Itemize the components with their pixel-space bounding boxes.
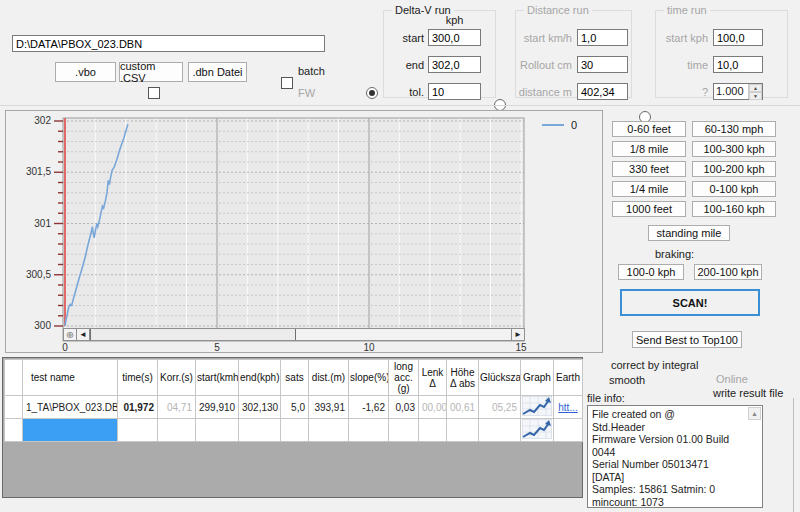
chart-scroll-right-icon[interactable]: ► [511,329,524,340]
batch-checkbox[interactable] [281,77,293,89]
fw-label: FW [298,87,315,99]
file-info-label: file info: [587,392,625,404]
empty-cell[interactable] [419,419,447,442]
distance-m-input[interactable] [577,83,628,100]
delta-start-input[interactable] [428,29,481,46]
test-name-cell[interactable]: 1_TA\PBOX_023.DBN [23,396,118,419]
row-header-cell[interactable] [5,396,23,419]
result-1-8-mile-button[interactable]: 1/8 mile [612,141,686,157]
col-start: start(kmh) [196,360,239,396]
hoehe-cell[interactable]: 00,61 [447,396,479,419]
write-result-file-label: write result file [713,387,783,399]
chart-scroll-left-icon[interactable]: ◄ [77,329,90,340]
empty-cell[interactable] [196,419,239,442]
slope-cell[interactable]: -1,62 [349,396,389,419]
col-dist: dist.(m) [309,360,349,396]
result-0-60-feet-button[interactable]: 0-60 feet [612,121,686,137]
chart-zoom-reset-icon[interactable]: ◎ [64,329,77,340]
delta-end-input[interactable] [428,56,481,73]
kph-unit-label: kph [428,14,481,26]
empty-cell[interactable] [158,419,196,442]
col-end: end(kph) [239,360,281,396]
file-path-input[interactable] [12,35,325,52]
earth-cell: htt... [554,396,583,419]
distance-start-input[interactable] [577,29,628,46]
earth-link[interactable]: htt... [558,402,577,413]
svg-text:301,5: 301,5 [26,166,51,177]
result-330-feet-button[interactable]: 330 feet [612,161,686,177]
graph-cell[interactable] [521,419,554,442]
vbo-button[interactable]: .vbo [55,62,116,82]
chart-scrollbar[interactable]: ◎ ◄ ► [63,328,525,341]
empty-cell[interactable] [281,419,309,442]
empty-cell[interactable] [239,419,281,442]
dist-cell[interactable]: 393,91 [309,396,349,419]
result-60-130-mph-button[interactable]: 60-130 mph [692,121,776,137]
delta-v-mode-radio[interactable] [366,87,378,99]
time-cell[interactable]: 01,972 [118,396,158,419]
empty-cell[interactable] [447,419,479,442]
speed-chart[interactable]: 300300,5301301,53020510150 ◎ ◄ ► [5,110,603,353]
korr-cell[interactable]: 04,71 [158,396,196,419]
table-row: 1_TA\PBOX_023.DBN 01,972 04,71 299,910 3… [5,396,583,419]
smooth-label: smooth [609,374,645,386]
empty-cell[interactable] [479,419,521,442]
top-separator [0,105,800,106]
delta-tol-input[interactable] [428,83,481,100]
empty-cell[interactable] [389,419,419,442]
result-1000-feet-button[interactable]: 1000 feet [612,201,686,217]
file-info-box[interactable]: File created on @ Std.Header Firmware Ve… [587,405,763,508]
spinner-up-icon[interactable]: ▲ [749,84,762,92]
csv-option-checkbox[interactable] [148,87,160,99]
time-start-input[interactable] [713,29,763,46]
col-time: time(s) [118,360,158,396]
chart-scroll-thumb[interactable] [90,329,296,340]
selected-test-name-cell[interactable] [23,419,118,442]
sats-cell[interactable]: 5,0 [281,396,309,419]
glueckszahl-cell[interactable]: 05,25 [479,396,521,419]
custom-csv-button[interactable]: custom .CSV [119,62,183,82]
empty-cell[interactable] [309,419,349,442]
table-row [5,419,583,442]
distance-m-label: distance m [518,86,572,98]
scan-button[interactable]: SCAN! [620,289,760,316]
batch-label: batch [298,65,325,77]
empty-cell[interactable] [554,419,583,442]
standing-mile-button[interactable]: standing mile [648,225,730,241]
result-0-100-kph-button[interactable]: 0-100 kph [692,181,776,197]
result-100-300-kph-button[interactable]: 100-300 kph [692,141,776,157]
col-long-acc: long acc.(g) [389,360,419,396]
long-acc-cell[interactable]: 0,03 [389,396,419,419]
graph-cell[interactable] [521,396,554,419]
lenk-cell[interactable]: 00,00 [419,396,447,419]
dbn-datei-button[interactable]: .dbn Datei [188,62,247,82]
spinner-down-icon[interactable]: ▼ [749,92,762,100]
right-edge-divider [793,398,794,512]
braking-100-0-button[interactable]: 100-0 kph [618,264,684,280]
file-info-scroll-up-icon[interactable]: ▲ [748,407,761,420]
svg-text:0: 0 [571,119,577,131]
start-label: start [390,32,424,44]
q-spinner[interactable]: 1.000 ▲ ▼ [713,83,763,100]
col-graph: Graph [521,360,554,396]
row-header-cell[interactable] [5,419,23,442]
send-best-to-top100-button[interactable]: Send Best to Top100 [632,331,742,348]
svg-text:300,5: 300,5 [26,269,51,280]
chart-plot-area[interactable]: 300300,5301301,53020510150 [6,111,604,354]
svg-text:302: 302 [34,115,51,126]
result-100-200-kph-button[interactable]: 100-200 kph [692,161,776,177]
empty-cell[interactable] [118,419,158,442]
end-label: end [390,59,424,71]
start-cell[interactable]: 299,910 [196,396,239,419]
chart-scroll-track[interactable] [296,329,511,340]
col-earth: Earth [554,360,583,396]
time-input[interactable] [713,56,763,73]
result-1-4-mile-button[interactable]: 1/4 mile [612,181,686,197]
empty-cell[interactable] [349,419,389,442]
result-100-160-kph-button[interactable]: 100-160 kph [692,201,776,217]
end-cell[interactable]: 302,130 [239,396,281,419]
graph-icon [522,419,552,439]
question-label: ? [660,86,708,98]
rollout-input[interactable] [577,56,628,73]
braking-200-100-button[interactable]: 200-100 kph [694,264,762,280]
